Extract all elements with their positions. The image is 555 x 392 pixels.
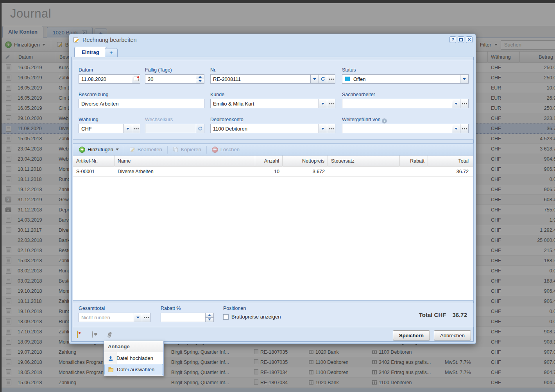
waehrung-input[interactable] — [79, 124, 124, 133]
datum-input[interactable] — [79, 74, 132, 84]
wechselkurs-field: Wechselkurs — [145, 117, 204, 133]
rabatt-spinner[interactable] — [205, 313, 214, 322]
gesamttotal-dropdown-button[interactable] — [134, 313, 142, 322]
ellipsis-icon — [134, 128, 135, 129]
invoice-form-panel: Datum Fällig (Tage) Nr. — [73, 60, 474, 140]
kunde-more-button[interactable] — [327, 99, 335, 108]
field-label: Gesamttotal — [79, 306, 150, 311]
beschreibung-input[interactable] — [79, 99, 204, 108]
menu-items: Datei hochladen Datei auswählen — [104, 352, 163, 376]
folder-icon — [105, 367, 117, 372]
edit-invoice-icon — [73, 37, 79, 43]
gesamttotal-more-button[interactable] — [142, 313, 150, 322]
gesamttotal-field: Gesamttotal — [79, 306, 150, 322]
dialog-tools: ? ✕ — [449, 36, 473, 43]
ellipsis-icon — [462, 128, 463, 129]
column-header[interactable]: Artikel-Nr. — [73, 156, 115, 166]
faellig-spinner[interactable] — [196, 74, 204, 84]
field-label: Positionen — [223, 306, 281, 311]
column-header[interactable]: Name — [115, 156, 255, 166]
datum-field: Datum — [79, 67, 140, 84]
ellipsis-icon — [329, 103, 330, 104]
chevron-down-icon — [321, 103, 324, 105]
status-dropdown-button[interactable] — [460, 74, 469, 84]
nr-input[interactable] — [210, 74, 311, 84]
position-delete-button[interactable]: Löschen — [208, 145, 243, 154]
dialog-tab-bar: Eintrag + — [71, 47, 474, 57]
help-button[interactable]: ? — [449, 36, 456, 43]
field-label: Fällig (Tage) — [145, 67, 204, 73]
position-add-button[interactable]: Hinzufügen — [75, 145, 122, 154]
wechselkurs-input — [145, 124, 196, 133]
dialog-titlebar[interactable]: Rechnung bearbeiten ? ✕ — [73, 34, 473, 46]
menu-item-datei-auswaehlen[interactable]: Datei auswählen — [104, 364, 163, 375]
positions-toolbar: Hinzufügen Bearbeiten Kopieren — [73, 144, 473, 156]
rabatt-input[interactable] — [161, 313, 206, 322]
upload-icon — [104, 355, 116, 362]
waehrung-dropdown-button[interactable] — [124, 124, 132, 133]
sachbearbeiter-dropdown-button[interactable] — [452, 99, 460, 108]
faellig-input[interactable] — [145, 74, 196, 84]
plus-icon: + — [109, 49, 113, 56]
maximize-button[interactable] — [458, 36, 464, 43]
field-label: Wechselkurs — [145, 117, 204, 123]
status-combo[interactable]: Offen — [342, 74, 460, 84]
position-edit-button[interactable]: Bearbeiten — [126, 145, 166, 154]
weitergefuehrt-field: Weitergeführt voni — [342, 117, 469, 133]
bruttopreise-label: Bruttopreise anzeigen — [231, 314, 281, 320]
note-icon[interactable] — [77, 331, 78, 338]
faellig-field: Fällig (Tage) — [145, 67, 204, 84]
sachbearbeiter-more-button[interactable] — [460, 99, 469, 108]
dialog-add-tab-button[interactable]: + — [105, 48, 118, 57]
cancel-button[interactable]: Abbrechen — [434, 330, 471, 340]
pencil-icon — [129, 147, 135, 152]
nr-more-button[interactable] — [327, 74, 335, 84]
chevron-down-icon — [463, 78, 466, 80]
wechselkurs-refresh-button — [196, 124, 204, 133]
status-value: Offen — [353, 76, 366, 82]
column-header[interactable]: Rabatt — [400, 156, 428, 166]
bruttopreise-checkbox[interactable] — [223, 314, 229, 320]
nr-refresh-button[interactable] — [319, 74, 327, 84]
nr-dropdown-button[interactable] — [310, 74, 319, 84]
tab-label: Eintrag — [82, 49, 99, 55]
attachment-paperclip-icon[interactable] — [106, 331, 113, 339]
column-header[interactable]: Total — [428, 156, 472, 166]
position-copy-button[interactable]: Kopieren — [169, 145, 205, 154]
column-header[interactable]: Steuersatz — [328, 156, 400, 166]
chevron-down-icon — [136, 317, 140, 319]
info-icon: i — [382, 118, 387, 124]
column-header[interactable]: Nettopreis — [283, 156, 328, 166]
tab-eintrag[interactable]: Eintrag — [74, 47, 107, 57]
comment-icon[interactable] — [92, 331, 93, 338]
spinner-up-icon — [199, 76, 202, 78]
chevron-down-icon — [455, 128, 458, 130]
debitorenkonto-dropdown-button[interactable] — [319, 124, 327, 133]
menu-item-datei-hochladen[interactable]: Datei hochladen — [104, 353, 163, 364]
status-color-swatch — [345, 77, 350, 81]
weitergefuehrt-dropdown-button[interactable] — [452, 124, 460, 133]
sachbearbeiter-input[interactable] — [342, 99, 452, 108]
waehrung-field: Währung — [79, 117, 140, 133]
date-picker-button[interactable] — [132, 74, 140, 84]
save-button[interactable]: Speichern — [393, 330, 430, 340]
kunde-input[interactable] — [210, 99, 319, 108]
column-header[interactable]: Anzahl — [255, 156, 283, 166]
ellipsis-icon — [329, 128, 330, 129]
weitergefuehrt-input[interactable] — [342, 124, 452, 133]
position-row[interactable]: S-00001 Diverse Arbeiten 10 3.672 36.72 — [73, 166, 473, 177]
debitorenkonto-input[interactable] — [210, 124, 319, 133]
anhaenge-menu: Anhänge Datei hochladen Datei auswählen — [104, 341, 164, 376]
kunde-field: Kunde — [210, 92, 335, 108]
close-button[interactable]: ✕ — [466, 36, 473, 43]
chevron-down-icon — [116, 149, 119, 150]
gesamttotal-input[interactable] — [79, 313, 134, 322]
kunde-dropdown-button[interactable] — [319, 99, 327, 108]
waehrung-more-button[interactable] — [132, 124, 140, 133]
calendar-icon — [134, 77, 139, 81]
field-label: Sachbearbeiter — [342, 92, 469, 98]
spinner-down-icon — [199, 80, 202, 82]
debitorenkonto-more-button[interactable] — [327, 124, 335, 133]
weitergefuehrt-more-button[interactable] — [460, 124, 469, 133]
chevron-down-icon — [126, 128, 129, 130]
